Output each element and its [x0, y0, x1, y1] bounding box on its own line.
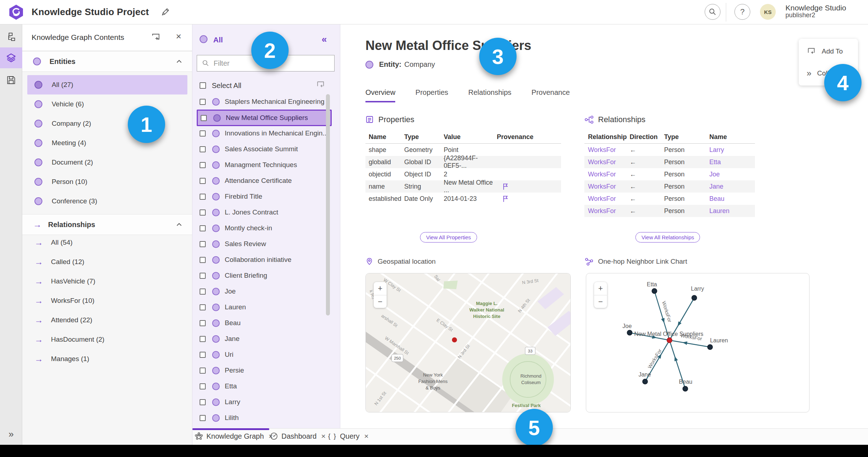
relationship-link[interactable]: WorksFor: [584, 171, 630, 178]
edit-title-icon[interactable]: [161, 7, 170, 17]
item-checkbox[interactable]: [200, 194, 206, 200]
zoom-out-button[interactable]: −: [374, 295, 387, 308]
relationship-type-worksfor[interactable]: →WorksFor (10): [22, 291, 192, 310]
tab-relationships[interactable]: Relationships: [468, 88, 512, 102]
list-item[interactable]: Sales Review: [197, 236, 332, 252]
entity-type-person[interactable]: Person (10): [22, 172, 192, 191]
relationship-link[interactable]: WorksFor: [584, 207, 630, 215]
item-checkbox[interactable]: [200, 209, 206, 216]
list-item[interactable]: Larry: [197, 394, 332, 410]
list-item[interactable]: Lilith: [197, 410, 332, 426]
rail-item-save[interactable]: [0, 70, 22, 91]
search-button[interactable]: [705, 4, 720, 20]
close-panel-button[interactable]: ×: [176, 31, 181, 42]
item-checkbox[interactable]: [200, 320, 206, 326]
node-joe[interactable]: [627, 330, 632, 335]
list-header[interactable]: All: [213, 36, 223, 44]
item-checkbox[interactable]: [200, 225, 206, 231]
tab-knowledge-graph[interactable]: Knowledge Graph ×: [195, 432, 273, 440]
relationship-link[interactable]: WorksFor: [584, 158, 630, 166]
collapse-panel-button[interactable]: «: [322, 34, 327, 45]
item-checkbox[interactable]: [200, 241, 206, 247]
expand-rail-button[interactable]: »: [0, 429, 22, 440]
entity-link[interactable]: Joe: [709, 171, 755, 178]
entity-link[interactable]: Jane: [709, 183, 755, 190]
relationship-link[interactable]: WorksFor: [584, 183, 630, 190]
entity-type-vehicle[interactable]: Vehicle (6): [22, 94, 192, 114]
list-item[interactable]: Attendance Certificate: [197, 173, 332, 189]
zoom-out-button[interactable]: −: [594, 295, 607, 308]
list-item[interactable]: Joe: [197, 283, 332, 299]
item-checkbox[interactable]: [200, 257, 206, 263]
add-to-map-icon[interactable]: [316, 80, 325, 89]
rail-item-hierarchy[interactable]: [0, 27, 22, 47]
zoom-in-button[interactable]: +: [594, 282, 607, 295]
relationship-link[interactable]: WorksFor: [584, 195, 630, 203]
item-checkbox[interactable]: [200, 178, 206, 184]
provenance-flag-icon[interactable]: [502, 183, 509, 190]
list-item[interactable]: Firebird Title: [197, 189, 332, 204]
list-item[interactable]: Collaboration initiative: [197, 252, 332, 268]
add-to-button[interactable]: Add To: [807, 47, 853, 56]
entity-link[interactable]: Beau: [709, 195, 755, 203]
node-lauren[interactable]: [708, 345, 713, 350]
relationship-type-called[interactable]: →Called (12): [22, 252, 192, 272]
entity-link[interactable]: Etta: [709, 158, 755, 166]
link-chart-canvas[interactable]: WorksFor WorksFor WorksFor Etta Larry J: [586, 273, 809, 412]
list-item[interactable]: Staplers Mechanical Engineering: [197, 94, 332, 110]
tab-overview[interactable]: Overview: [365, 88, 395, 102]
tab-query[interactable]: { } Query ×: [328, 432, 369, 440]
node-larry[interactable]: [692, 295, 697, 300]
node-etta[interactable]: [652, 288, 657, 294]
item-checkbox[interactable]: [200, 304, 206, 310]
rail-item-layers[interactable]: [0, 47, 22, 68]
close-tab-icon[interactable]: ×: [364, 432, 368, 440]
entity-type-company[interactable]: Company (2): [22, 114, 192, 133]
list-item[interactable]: Beau: [197, 315, 332, 331]
list-scrollbar[interactable]: [326, 94, 330, 315]
link-chart-widget[interactable]: + −: [586, 273, 809, 412]
app-logo-icon[interactable]: [8, 4, 24, 20]
item-checkbox[interactable]: [200, 288, 206, 295]
entity-link[interactable]: Lauren: [709, 207, 755, 215]
relationship-type-hasvehicle[interactable]: →HasVehicle (7): [22, 272, 192, 291]
close-tab-icon[interactable]: ×: [321, 432, 326, 440]
user-info[interactable]: Knowledge Studio publisher2: [785, 4, 846, 19]
relationship-type-all[interactable]: →All (54): [22, 233, 192, 252]
list-item[interactable]: Client Briefing: [197, 268, 332, 283]
item-checkbox[interactable]: [200, 162, 206, 168]
list-item[interactable]: Sales Associate Summit: [197, 141, 332, 157]
provenance-flag-icon[interactable]: [502, 195, 509, 203]
entities-group-header[interactable]: Entities: [22, 51, 192, 72]
node-center[interactable]: [667, 338, 672, 343]
zoom-in-button[interactable]: +: [374, 282, 387, 295]
list-item[interactable]: Uri: [197, 347, 332, 363]
entity-type-document[interactable]: Document (2): [22, 153, 192, 172]
relationships-group-header[interactable]: → Relationships: [22, 214, 192, 235]
item-checkbox[interactable]: [200, 273, 206, 279]
select-all-checkbox[interactable]: [200, 82, 206, 89]
list-item[interactable]: Managment Techniques: [197, 157, 332, 173]
item-checkbox[interactable]: [200, 352, 206, 358]
list-item[interactable]: Lauren: [197, 299, 332, 315]
item-checkbox[interactable]: [200, 399, 206, 405]
item-checkbox[interactable]: [200, 130, 206, 137]
list-item[interactable]: Montly check-in: [197, 220, 332, 236]
list-item[interactable]: Jane: [197, 331, 332, 347]
entity-type-conference[interactable]: Conference (3): [22, 191, 192, 211]
add-to-map-icon[interactable]: [151, 32, 161, 42]
entity-type-meeting[interactable]: Meeting (4): [22, 133, 192, 153]
map-canvas[interactable]: k Rd W Clay St Sal N 3rd St N 4th St ars…: [366, 273, 571, 412]
item-checkbox[interactable]: [200, 383, 206, 389]
relationship-type-attended[interactable]: →Attended (22): [22, 310, 192, 330]
list-item[interactable]: Persie: [197, 363, 332, 378]
avatar[interactable]: KS: [760, 4, 776, 20]
node-jane[interactable]: [643, 379, 648, 384]
help-button[interactable]: ?: [734, 4, 750, 20]
tab-dashboard[interactable]: Dashboard ×: [270, 432, 326, 440]
list-item[interactable]: Etta: [197, 378, 332, 394]
relationship-type-hasdocument[interactable]: →HasDocument (2): [22, 330, 192, 349]
item-checkbox[interactable]: [200, 146, 206, 152]
view-all-relationships-button[interactable]: View All Relationships: [635, 232, 700, 243]
tab-provenance[interactable]: Provenance: [532, 88, 570, 102]
